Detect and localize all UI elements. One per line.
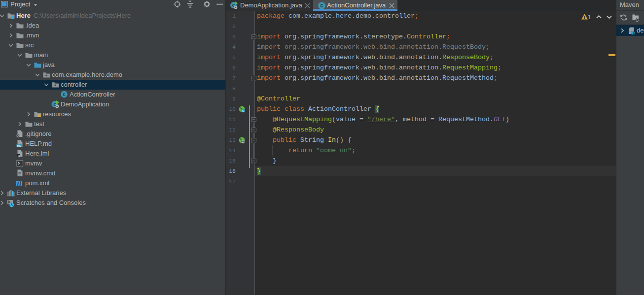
svg-text:MD: MD bbox=[17, 144, 21, 147]
svg-text:c: c bbox=[242, 109, 244, 113]
svg-text:m: m bbox=[16, 179, 23, 187]
svg-text:m: m bbox=[631, 30, 635, 35]
svg-text:C: C bbox=[63, 92, 66, 98]
svg-text:C: C bbox=[320, 3, 323, 9]
